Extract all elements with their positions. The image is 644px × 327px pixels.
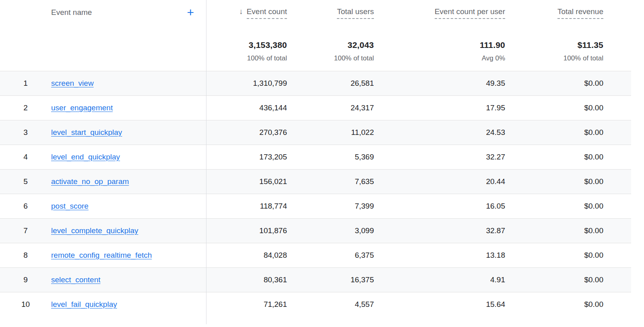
column-header-total-users[interactable]: Total users: [287, 7, 374, 24]
event-count-cell: 436,144: [206, 103, 287, 112]
table-header-row: Event name + ↓Event count Total users Ev…: [0, 0, 631, 24]
event-name-link[interactable]: level_fail_quickplay: [51, 300, 117, 309]
total-revenue-cell: $0.00: [505, 275, 631, 284]
event-name-link[interactable]: level_start_quickplay: [51, 128, 122, 137]
event-name-link[interactable]: level_end_quickplay: [51, 153, 120, 161]
table-row: 6 post_score 118,774 7,399 16.05 $0.00: [0, 194, 631, 218]
total-revenue-total-note: 100% of total: [505, 54, 603, 62]
sort-descending-icon[interactable]: ↓: [239, 7, 243, 16]
event-name-cell: 10 level_fail_quickplay: [0, 300, 206, 309]
row-number: 6: [0, 202, 51, 211]
row-number: 10: [0, 300, 51, 309]
event-name-link[interactable]: post_score: [51, 202, 89, 211]
event-count-cell: 1,310,799: [206, 79, 287, 88]
event-name-cell: 9 select_content: [0, 275, 206, 284]
table-row: 10 level_fail_quickplay 71,261 4,557 15.…: [0, 292, 631, 317]
row-number: 4: [0, 153, 51, 161]
table-row: 9 select_content 80,361 16,375 4.91 $0.0…: [0, 267, 631, 292]
event-name-link[interactable]: level_complete_quickplay: [51, 226, 138, 235]
total-users-cell: 3,099: [287, 226, 374, 235]
event-count-per-user-cell: 17.95: [374, 103, 505, 112]
event-count-per-user-cell: 16.05: [374, 202, 505, 211]
event-count-per-user-cell: 32.27: [374, 153, 505, 161]
event-count-total-note: 100% of total: [206, 54, 287, 62]
event-count-cell: 80,361: [206, 275, 287, 284]
event-count-per-user-cell: 15.64: [374, 300, 505, 309]
total-revenue-cell: $0.00: [505, 103, 631, 112]
total-users-cell: 7,635: [287, 177, 374, 186]
event-count-per-user-cell: 20.44: [374, 177, 505, 186]
total-revenue-cell: $0.00: [505, 251, 631, 260]
event-count-cell: 156,021: [206, 177, 287, 186]
total-revenue-cell: $0.00: [505, 300, 631, 309]
total-users-cell: 6,375: [287, 251, 374, 260]
totals-row: 3,153,380 100% of total 32,043 100% of t…: [0, 24, 631, 71]
event-name-cell: 4 level_end_quickplay: [0, 153, 206, 161]
row-number: 2: [0, 103, 51, 112]
event-name-cell: 1 screen_view: [0, 79, 206, 88]
event-name-link[interactable]: user_engagement: [51, 103, 113, 112]
row-number: 7: [0, 226, 51, 235]
event-count-per-user-cell: 4.91: [374, 275, 505, 284]
events-table: Event name + ↓Event count Total users Ev…: [0, 0, 631, 317]
event-name-link[interactable]: screen_view: [51, 79, 94, 88]
event-count-cell: 71,261: [206, 300, 287, 309]
event-count-cell: 118,774: [206, 202, 287, 211]
event-name-cell: 7 level_complete_quickplay: [0, 226, 206, 235]
event-count-total: 3,153,380: [206, 40, 287, 50]
event-name-link[interactable]: activate_no_op_param: [51, 177, 129, 186]
table-row: 4 level_end_quickplay 173,205 5,369 32.2…: [0, 145, 631, 169]
total-revenue-total: $11.35: [505, 40, 603, 50]
total-revenue-cell: $0.00: [505, 79, 631, 88]
table-row: 1 screen_view 1,310,799 26,581 49.35 $0.…: [0, 71, 631, 95]
column-header-total-revenue[interactable]: Total revenue: [505, 7, 631, 24]
total-users-header-label[interactable]: Total users: [337, 7, 374, 19]
total-users-cell: 11,022: [287, 128, 374, 137]
event-name-link[interactable]: remote_config_realtime_fetch: [51, 251, 152, 260]
total-revenue-cell: $0.00: [505, 128, 631, 137]
event-count-header-label[interactable]: Event count: [247, 7, 287, 19]
total-users-cell: 26,581: [287, 79, 374, 88]
total-users-total-note: 100% of total: [287, 54, 374, 62]
event-name-cell: 6 post_score: [0, 202, 206, 211]
total-users-cell: 4,557: [287, 300, 374, 309]
event-name-header-cell: Event name +: [0, 7, 206, 24]
event-count-cell: 270,376: [206, 128, 287, 137]
total-revenue-cell: $0.00: [505, 177, 631, 186]
column-header-event-count-per-user[interactable]: Event count per user: [374, 7, 505, 24]
table-row: 8 remote_config_realtime_fetch 84,028 6,…: [0, 243, 631, 267]
event-count-per-user-cell: 32.87: [374, 226, 505, 235]
event-count-cell: 84,028: [206, 251, 287, 260]
event-count-cell: 173,205: [206, 153, 287, 161]
total-revenue-cell: $0.00: [505, 153, 631, 161]
event-count-per-user-header-label[interactable]: Event count per user: [435, 7, 505, 19]
event-count-per-user-total-note: Avg 0%: [374, 54, 505, 62]
table-body: 1 screen_view 1,310,799 26,581 49.35 $0.…: [0, 71, 631, 317]
event-name-cell: 8 remote_config_realtime_fetch: [0, 251, 206, 260]
event-count-per-user-cell: 49.35: [374, 79, 505, 88]
event-count-per-user-total: 111.90: [374, 40, 505, 50]
event-count-per-user-cell: 13.18: [374, 251, 505, 260]
table-row: 7 level_complete_quickplay 101,876 3,099…: [0, 218, 631, 243]
totals-name-cell-empty: [0, 40, 206, 71]
row-number: 1: [0, 79, 51, 88]
total-users-cell: 16,375: [287, 275, 374, 284]
event-count-per-user-cell: 24.53: [374, 128, 505, 137]
event-count-cell: 101,876: [206, 226, 287, 235]
column-header-event-count[interactable]: ↓Event count: [206, 7, 287, 24]
total-users-total: 32,043: [287, 40, 374, 50]
event-name-cell: 5 activate_no_op_param: [0, 177, 206, 186]
add-comparison-button[interactable]: +: [187, 7, 194, 18]
table-row: 3 level_start_quickplay 270,376 11,022 2…: [0, 120, 631, 145]
total-users-cell: 5,369: [287, 153, 374, 161]
total-users-cell: 24,317: [287, 103, 374, 112]
total-revenue-cell: $0.00: [505, 202, 631, 211]
event-name-link[interactable]: select_content: [51, 275, 101, 284]
total-users-cell: 7,399: [287, 202, 374, 211]
totals-event-count-cell: 3,153,380 100% of total: [206, 40, 287, 71]
table-row: 2 user_engagement 436,144 24,317 17.95 $…: [0, 95, 631, 120]
event-name-cell: 2 user_engagement: [0, 103, 206, 112]
row-number: 3: [0, 128, 51, 137]
total-revenue-header-label[interactable]: Total revenue: [557, 7, 603, 19]
column-divider: [206, 0, 206, 324]
